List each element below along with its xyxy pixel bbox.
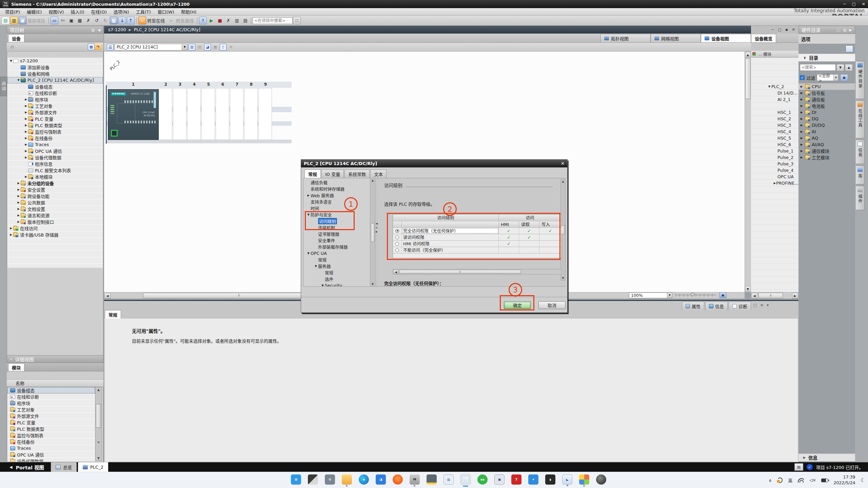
device-overview-row[interactable]: HSC_3 [751, 122, 798, 128]
tree-item[interactable]: ▶ PLC 变量 [7, 116, 103, 122]
maximize-button[interactable]: ▢ [852, 2, 856, 6]
dialog-nav-item[interactable]: 支持多语言 [303, 199, 370, 205]
chevron-right-icon[interactable]: ▶ [803, 456, 806, 459]
dialog-nav-item[interactable]: 选件 [303, 276, 370, 282]
breadcrumb-root[interactable]: s7-1200 [108, 27, 126, 32]
table-horizontal-scrollbar[interactable]: ◀ ⦀ [393, 269, 561, 274]
plc-task-tab[interactable]: PLC_2 [78, 462, 108, 472]
tree-item[interactable]: ▶ 监控与强制表 [7, 128, 103, 135]
status-doc-icon[interactable]: ▤ [794, 463, 803, 471]
start-rail-tab[interactable]: 启动 [0, 77, 7, 96]
device-select[interactable]: PLC_2 [CPU 1214C] ▼ [115, 44, 188, 50]
expand-arrow-icon[interactable]: ▶ [16, 214, 21, 217]
doc-window-control-icon[interactable]: ─ [771, 27, 774, 32]
expand-arrow-icon[interactable]: ▼ [306, 252, 311, 255]
expand-arrow-icon[interactable]: ▶ [801, 149, 805, 152]
device-overview-row[interactable]: Pulse_3 [751, 161, 798, 167]
catalog-item[interactable]: ▶ 信号板 [798, 90, 855, 96]
details-view-scrollbar[interactable]: ▲≡▼ [95, 387, 102, 461]
breadcrumb-current[interactable]: PLC_2 [CPU 1214C AC/DC/Rly] [134, 27, 200, 32]
expand-arrow-icon[interactable]: ▼ [767, 85, 771, 88]
tree-item[interactable]: 在线和诊断 [7, 90, 103, 96]
right-rail-tab[interactable]: 任务 [856, 140, 865, 164]
menu-item[interactable]: 帮助(H) [178, 8, 200, 16]
device-overview-row[interactable] [751, 77, 798, 83]
volume-muted-icon[interactable]: ◁× [809, 478, 816, 483]
media-sphere-app-icon[interactable] [596, 474, 606, 485]
tree-item[interactable]: ▶ 未分组的设备 [7, 180, 103, 186]
catalog-item[interactable]: ▶ 通信板 [798, 96, 855, 103]
catalog-search-input[interactable] [800, 64, 836, 71]
tree-item[interactable]: ▶ 本地模块 [7, 174, 103, 180]
catalog-section-bar[interactable]: ∨ 目录 [798, 54, 855, 62]
redo-icon[interactable]: ↻ [101, 17, 109, 24]
dialog-splitter[interactable]: ◀≡▶ [375, 222, 378, 243]
menu-item[interactable]: 编辑(E) [24, 8, 45, 16]
tree-item[interactable]: PLC 报警文本列表 [7, 167, 103, 174]
scroll-left-icon[interactable]: ◀ [751, 293, 757, 299]
orange-app-icon[interactable] [393, 474, 403, 485]
expand-panel-icon[interactable]: ▶ [849, 28, 852, 32]
dialog-nav-scrollbar[interactable]: ▲▼ [370, 178, 375, 286]
scroll-left-icon[interactable]: ◀ [393, 270, 398, 274]
device-overview-row[interactable]: HSC_5 [751, 135, 798, 141]
details-item[interactable]: 在线和诊断 [7, 393, 95, 400]
tree-item[interactable]: ▶ OPC UA 通信 [7, 148, 103, 154]
dialog-nav-item[interactable]: ▼ Security [303, 282, 370, 286]
tree-item[interactable]: ▶ 在线访问 [7, 225, 103, 231]
portal-view-button[interactable]: ◀ Portal 视图 [0, 464, 51, 471]
dialog-nav-item[interactable]: 安全事件 [303, 237, 370, 244]
expand-arrow-icon[interactable]: ▶ [801, 111, 805, 114]
device-overview-row[interactable] [751, 58, 798, 64]
clock[interactable]: 17:39 2022/5/24 [833, 474, 855, 486]
chevron-down-icon[interactable]: ▼ [667, 293, 672, 298]
catalog-item[interactable]: ▶ DQ [798, 116, 855, 122]
dialog-tab[interactable]: IO 变量 [321, 169, 344, 178]
info-section-bar[interactable]: ▶ 信息 [798, 453, 855, 462]
dialog-tab[interactable]: 常规 [304, 169, 321, 178]
catalog-item[interactable]: ▶ AQ [798, 135, 855, 141]
expand-arrow-icon[interactable]: ▶ [9, 233, 13, 236]
dialog-nav-item[interactable]: ▼ OPC UA [303, 250, 370, 257]
blocks-app-icon[interactable] [579, 474, 589, 485]
device-overview-row[interactable]: HSC_2 [751, 116, 798, 122]
details-item[interactable]: 设备组态 [7, 387, 95, 393]
expand-arrow-icon[interactable]: ▶ [801, 104, 805, 107]
tree-item[interactable]: ▶ 文档设置 [7, 206, 103, 212]
tree-item[interactable]: ▶ 安全设置 [7, 186, 103, 193]
slot-cell[interactable] [216, 88, 229, 140]
stop-cpu-icon[interactable]: ■ [216, 17, 224, 24]
tia-portal-app-icon[interactable]: TIA V16 [460, 474, 471, 485]
tree-item[interactable]: ▶ 程序块 [7, 96, 103, 103]
input-language[interactable]: 英 [788, 477, 792, 484]
device-overview-row[interactable]: Pulse_1 [751, 148, 798, 154]
slot-cell[interactable] [187, 88, 201, 140]
dialog-nav-item[interactable]: ▶ Web 服务器 [303, 192, 370, 199]
tree-item[interactable]: 程序信息 [7, 161, 103, 167]
tab-module[interactable]: 模块 [8, 363, 24, 371]
tree-item[interactable]: ▼ s7-1200 [7, 58, 103, 64]
go-offline-label[interactable]: 转至离线 [176, 17, 194, 24]
sync-tray-icon[interactable] [777, 477, 783, 483]
expand-arrow-icon[interactable]: ▶ [801, 92, 805, 95]
device-overview-row[interactable]: HSC_4 [751, 128, 798, 135]
zoom-select[interactable]: 100% ▼ [629, 292, 672, 298]
go-online-label[interactable]: 转至在线 [147, 17, 165, 24]
dialog-nav-item[interactable]: ▼ 服务器 [303, 263, 370, 269]
new-project-icon[interactable]: ▤ [2, 17, 9, 24]
plc-rack-app-icon[interactable] [427, 474, 437, 485]
device-overview-row[interactable] [751, 103, 798, 109]
dialog-nav-item[interactable]: 常规 [303, 257, 370, 263]
slot-cell[interactable] [258, 88, 272, 140]
details-item[interactable]: Traces [7, 445, 95, 451]
details-item[interactable]: 程序块 [7, 400, 95, 406]
slot-cell[interactable] [159, 88, 172, 140]
menu-item[interactable]: 在线(O) [88, 8, 110, 16]
collapse-details-icon[interactable]: ∨ [10, 357, 12, 361]
device-overview-row[interactable]: DI 14/D... [751, 90, 798, 96]
expand-arrow-icon[interactable]: ▼ [314, 265, 318, 268]
device-overview-row[interactable]: HSC_1 [751, 109, 798, 116]
expand-arrow-icon[interactable]: ▶ [16, 201, 21, 204]
right-rail-tab[interactable]: 硬件目录 [856, 61, 865, 99]
expand-arrow-icon[interactable]: ▶ [24, 98, 28, 101]
